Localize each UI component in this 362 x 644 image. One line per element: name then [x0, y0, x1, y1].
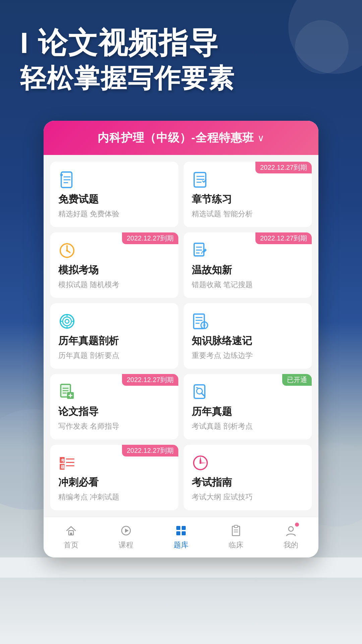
- home-icon: [64, 523, 78, 538]
- card-review[interactable]: 2022.12.27到期 温故知新 错题收藏 笔记搜题: [184, 232, 312, 298]
- nav-item-mine[interactable]: 我的: [284, 523, 298, 550]
- card-past-exams[interactable]: 已开通 历年真题 考试真题 剖析考点: [184, 374, 312, 439]
- nav-label-clinical: 临床: [229, 540, 243, 550]
- card-sprint-badge: 2022.12.27到期: [122, 445, 178, 457]
- card-past-exams-badge: 已开通: [282, 374, 312, 386]
- nav-label-mine: 我的: [284, 540, 298, 550]
- card-thesis-guide-name: 论文指导: [58, 405, 170, 419]
- nav-label-questions: 题库: [174, 540, 188, 550]
- card-mock-exam-name: 模拟考场: [58, 263, 170, 277]
- card-thesis-guide[interactable]: 2022.12.27到期 论文指导 写作发表 名师指导: [50, 374, 178, 439]
- edit-icon: [192, 242, 209, 259]
- nav-item-home[interactable]: 首页: [64, 523, 78, 550]
- card-review-name: 温故知新: [192, 263, 304, 277]
- card-knowledge-map-name: 知识脉络速记: [192, 334, 304, 348]
- svg-point-19: [63, 317, 71, 326]
- card-exam-guide[interactable]: 考试指南 考试大纲 应试技巧: [184, 445, 312, 510]
- nav-item-questions[interactable]: 题库: [174, 523, 188, 550]
- course-title: 内科护理（中级）-全程特惠班: [98, 130, 254, 146]
- svg-line-41: [201, 393, 204, 396]
- card-exam-guide-name: 考试指南: [192, 476, 304, 489]
- card-chapter-practice-name: 章节练习: [192, 193, 304, 206]
- card-free-questions-name: 免费试题: [58, 193, 170, 206]
- clipboard-icon: [229, 523, 243, 538]
- hero-section: I 论文视频指导 轻松掌握写作要素: [0, 0, 362, 107]
- compass-icon: [192, 454, 209, 472]
- svg-point-12: [66, 250, 68, 252]
- card-free-questions[interactable]: 免费试题 精选好题 免费体验: [50, 162, 178, 227]
- nav-label-course: 课程: [119, 540, 133, 550]
- card-past-exams-name: 历年真题: [192, 405, 304, 419]
- svg-rect-59: [182, 526, 186, 530]
- svg-rect-4: [60, 174, 63, 176]
- svg-rect-58: [176, 526, 180, 530]
- svg-point-20: [65, 320, 69, 324]
- svg-marker-52: [199, 457, 201, 463]
- paper-icon: [58, 383, 76, 401]
- bottom-area: [0, 557, 362, 578]
- card-mock-exam[interactable]: 2022.12.27到期 模拟考场 模拟试题 随机模考: [50, 232, 178, 298]
- card-review-desc: 错题收藏 笔记搜题: [192, 280, 304, 290]
- card-sprint-name: 冲刺必看: [58, 476, 170, 489]
- hero-title-line2: 轻松掌握写作要素: [20, 63, 342, 94]
- svg-marker-53: [200, 462, 207, 464]
- card-chapter-practice-desc: 精选试题 智能分析: [192, 209, 304, 219]
- grid-icon: [174, 523, 188, 538]
- bottom-navigation: 首页 课程 题库: [44, 517, 318, 557]
- svg-rect-61: [182, 531, 186, 535]
- nav-label-home: 首页: [64, 540, 78, 550]
- hero-title-line1: I 论文视频指导: [20, 27, 342, 59]
- svg-rect-60: [176, 531, 180, 535]
- card-past-analysis-name: 历年真题剖析: [58, 334, 170, 348]
- svg-rect-63: [234, 525, 238, 528]
- card-mock-exam-desc: 模拟试题 随机模考: [58, 280, 170, 290]
- svg-text:题题: 题题: [61, 465, 69, 469]
- svg-rect-39: [194, 385, 205, 398]
- user-icon: [284, 523, 298, 538]
- course-selector[interactable]: 内科护理（中级）-全程特惠班 ∨: [44, 121, 318, 155]
- card-free-questions-desc: 精选好题 免费体验: [58, 209, 170, 219]
- target-icon: [58, 313, 76, 330]
- notes-icon: [192, 313, 209, 330]
- card-thesis-guide-desc: 写作发表 名师指导: [58, 421, 170, 431]
- svg-rect-13: [194, 244, 204, 256]
- svg-line-17: [201, 252, 202, 254]
- nav-item-course[interactable]: 课程: [119, 523, 133, 550]
- card-past-analysis[interactable]: 历年真题剖析 历年真题 剖析要点: [50, 303, 178, 369]
- nav-item-clinical[interactable]: 临床: [229, 523, 243, 550]
- card-past-analysis-desc: 历年真题 剖析要点: [58, 351, 170, 361]
- document-icon: [58, 171, 76, 189]
- device-frame: 内科护理（中级）-全程特惠班 ∨ 免费试题 精选好题 免费体验 2022.12.…: [44, 121, 318, 557]
- card-review-badge: 2022.12.27到期: [255, 232, 312, 244]
- card-sprint[interactable]: 2022.12.27到期 考点 题题 冲刺必看 精编考点 冲刺试题: [50, 445, 178, 510]
- card-sprint-desc: 精编考点 冲刺试题: [58, 492, 170, 502]
- svg-marker-57: [125, 529, 129, 533]
- card-exam-guide-desc: 考试大纲 应试技巧: [192, 492, 304, 502]
- card-thesis-guide-badge: 2022.12.27到期: [122, 374, 178, 386]
- svg-rect-55: [70, 533, 72, 535]
- play-icon: [119, 523, 133, 538]
- card-past-exams-desc: 考试真题 剖析考点: [192, 421, 304, 431]
- card-mock-exam-badge: 2022.12.27到期: [122, 232, 178, 244]
- clock-icon: [58, 242, 76, 259]
- card-chapter-practice-badge: 2022.12.27到期: [255, 162, 312, 173]
- card-knowledge-map-desc: 重要考点 边练边学: [192, 351, 304, 361]
- exam-icon: [192, 383, 209, 401]
- keypoint-icon: 考点 题题: [58, 454, 76, 472]
- list-icon: [192, 171, 209, 189]
- card-knowledge-map[interactable]: 知识脉络速记 重要考点 边练边学: [184, 303, 312, 369]
- course-dropdown-arrow: ∨: [257, 132, 264, 144]
- svg-point-66: [289, 527, 293, 531]
- card-chapter-practice[interactable]: 2022.12.27到期 章节练习 精选试题 智能分析: [184, 162, 312, 227]
- feature-grid: 免费试题 精选好题 免费体验 2022.12.27到期 章节练习 精选试题 智能…: [44, 155, 318, 517]
